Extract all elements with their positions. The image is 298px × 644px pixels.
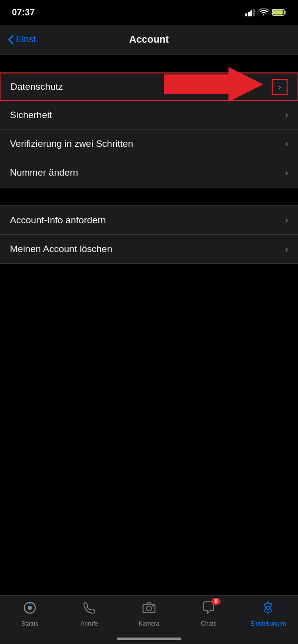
svg-point-14 <box>267 606 270 610</box>
home-indicator <box>117 638 181 640</box>
sicherheit-label: Sicherheit <box>10 110 52 121</box>
verifizierung-label: Verifizierung in zwei Schritten <box>10 138 133 149</box>
verifizierung-chevron-icon: › <box>285 138 288 149</box>
anrufe-tab-icon <box>82 601 96 618</box>
sicherheit-chevron-icon: › <box>285 110 288 120</box>
nav-title: Account <box>129 34 169 45</box>
svg-rect-0 <box>245 13 247 16</box>
datenschutz-chevron-icon: › <box>278 82 281 92</box>
settings-item-account-info[interactable]: Account-Info anfordern › <box>0 206 298 235</box>
signal-icon <box>245 8 255 16</box>
settings-item-account-loeschen[interactable]: Meinen Account löschen › <box>0 235 298 263</box>
svg-point-9 <box>28 606 32 610</box>
nav-back-button[interactable]: Einst. <box>8 34 38 45</box>
anrufe-tab-label: Anrufe <box>80 620 98 627</box>
svg-rect-1 <box>248 12 250 16</box>
nummer-chevron-icon: › <box>285 168 288 178</box>
einstellungen-tab-label: Einstellungen <box>250 620 286 627</box>
status-icons <box>245 8 286 16</box>
kamera-tab-icon <box>142 601 156 618</box>
settings-item-nummer[interactable]: Nummer ändern › <box>0 158 298 187</box>
status-tab-label: Status <box>21 620 38 627</box>
nummer-label: Nummer ändern <box>10 167 78 178</box>
nav-bar: Einst. Account <box>0 25 298 55</box>
chats-tab-label: Chats <box>201 620 216 627</box>
status-tab-icon <box>23 601 37 618</box>
svg-rect-5 <box>285 11 286 14</box>
section-spacer-1 <box>0 55 298 72</box>
svg-point-10 <box>29 602 31 604</box>
status-bar: 07:37 <box>0 0 298 25</box>
back-label: Einst. <box>16 34 38 45</box>
tab-item-chats[interactable]: 8 Chats <box>181 601 236 627</box>
settings-item-sicherheit[interactable]: Sicherheit › <box>0 101 298 129</box>
battery-icon <box>272 9 286 16</box>
tab-item-status[interactable]: Status <box>2 601 57 627</box>
tab-item-anrufe[interactable]: Anrufe <box>62 601 117 627</box>
tab-bar: Status Anrufe Kamera 8 Cha <box>0 595 298 644</box>
datenschutz-label: Datenschutz <box>10 81 63 92</box>
account-loeschen-label: Meinen Account löschen <box>10 244 112 255</box>
svg-rect-3 <box>253 9 255 16</box>
status-time: 07:37 <box>12 7 35 18</box>
section-spacer-2 <box>0 188 298 205</box>
settings-group-2: Account-Info anfordern › Meinen Account … <box>0 205 298 264</box>
svg-rect-6 <box>273 10 283 15</box>
chats-tab-icon: 8 <box>202 601 216 618</box>
account-loeschen-chevron-icon: › <box>285 244 288 255</box>
svg-point-13 <box>152 605 154 607</box>
account-info-label: Account-Info anfordern <box>10 215 106 226</box>
kamera-tab-label: Kamera <box>139 620 159 627</box>
chats-badge: 8 <box>212 598 221 605</box>
settings-item-verifizierung[interactable]: Verifizierung in zwei Schritten › <box>0 129 298 158</box>
settings-item-datenschutz[interactable]: Datenschutz › <box>0 72 298 101</box>
datenschutz-chevron-container: › <box>272 79 288 95</box>
tab-item-einstellungen[interactable]: Einstellungen <box>241 601 296 627</box>
svg-rect-2 <box>250 10 252 16</box>
tab-item-kamera[interactable]: Kamera <box>122 601 176 627</box>
account-info-chevron-icon: › <box>285 215 288 225</box>
einstellungen-tab-icon <box>261 601 275 618</box>
settings-group-1: Datenschutz › Sicherheit › Verifizierung… <box>0 72 298 188</box>
back-chevron-icon <box>8 35 14 45</box>
svg-point-12 <box>147 606 151 611</box>
wifi-icon <box>258 8 269 16</box>
